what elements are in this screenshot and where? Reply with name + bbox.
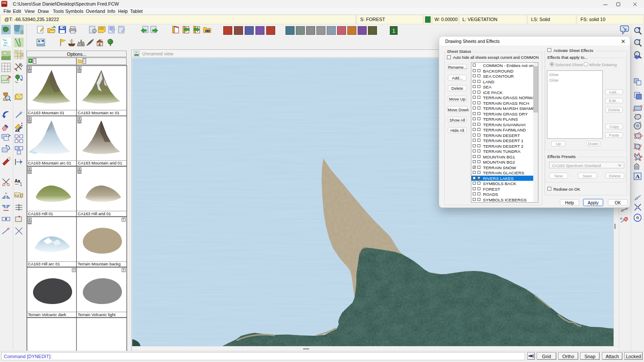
svg-text:Aa: Aa <box>15 129 20 133</box>
svg-text:Terrain Volcanic dark: Terrain Volcanic dark <box>28 312 66 317</box>
svg-text:990.: 990. <box>3 44 7 47</box>
svg-text:Terrain Volcanic light: Terrain Volcanic light <box>78 312 115 317</box>
svg-text:CA163 Hill 01: CA163 Hill 01 <box>28 211 53 216</box>
svg-text:CC3: CC3 <box>2 2 6 4</box>
svg-text:CA163 Hill arid 01: CA163 Hill arid 01 <box>78 211 111 216</box>
svg-text:CA163 Mountain arid 01: CA163 Mountain arid 01 <box>78 161 122 165</box>
svg-text:CA163 Mountain sc 01: CA163 Mountain sc 01 <box>78 110 119 115</box>
svg-text:CA163 Hill arc 01: CA163 Hill arc 01 <box>28 262 60 266</box>
svg-text:CA163 Mountain 01: CA163 Mountain 01 <box>28 110 64 115</box>
svg-text:x,y: x,y <box>15 194 19 197</box>
svg-text:A: A <box>635 173 640 179</box>
svg-text:1: 1 <box>20 182 22 187</box>
svg-text:Terrain Mountain backg: Terrain Mountain backg <box>78 262 121 266</box>
svg-text:CA163 Mountain arc 01: CA163 Mountain arc 01 <box>28 161 71 165</box>
